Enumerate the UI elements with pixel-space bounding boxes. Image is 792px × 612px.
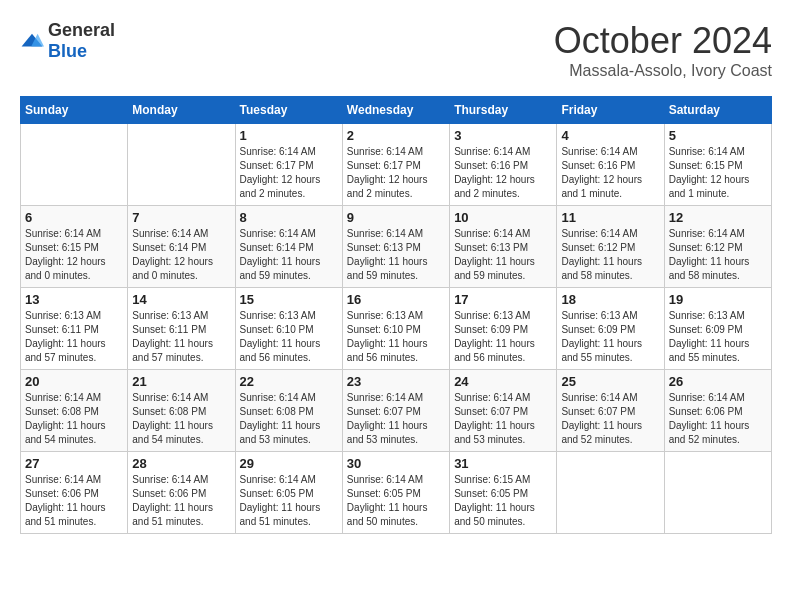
day-number: 18 <box>561 292 659 307</box>
day-info: Sunrise: 6:13 AM Sunset: 6:09 PM Dayligh… <box>561 309 659 365</box>
day-info: Sunrise: 6:14 AM Sunset: 6:14 PM Dayligh… <box>240 227 338 283</box>
day-info: Sunrise: 6:13 AM Sunset: 6:09 PM Dayligh… <box>669 309 767 365</box>
header-row: Sunday Monday Tuesday Wednesday Thursday… <box>21 97 772 124</box>
calendar-week-1: 1Sunrise: 6:14 AM Sunset: 6:17 PM Daylig… <box>21 124 772 206</box>
day-info: Sunrise: 6:14 AM Sunset: 6:06 PM Dayligh… <box>25 473 123 529</box>
day-info: Sunrise: 6:13 AM Sunset: 6:11 PM Dayligh… <box>132 309 230 365</box>
day-number: 12 <box>669 210 767 225</box>
logo-text: General Blue <box>48 20 115 62</box>
calendar-cell: 19Sunrise: 6:13 AM Sunset: 6:09 PM Dayli… <box>664 288 771 370</box>
day-number: 16 <box>347 292 445 307</box>
calendar-cell: 10Sunrise: 6:14 AM Sunset: 6:13 PM Dayli… <box>450 206 557 288</box>
calendar-cell: 27Sunrise: 6:14 AM Sunset: 6:06 PM Dayli… <box>21 452 128 534</box>
month-title: October 2024 <box>554 20 772 62</box>
col-tuesday: Tuesday <box>235 97 342 124</box>
day-number: 15 <box>240 292 338 307</box>
day-info: Sunrise: 6:14 AM Sunset: 6:17 PM Dayligh… <box>240 145 338 201</box>
day-info: Sunrise: 6:14 AM Sunset: 6:16 PM Dayligh… <box>454 145 552 201</box>
calendar-cell: 15Sunrise: 6:13 AM Sunset: 6:10 PM Dayli… <box>235 288 342 370</box>
calendar-cell: 18Sunrise: 6:13 AM Sunset: 6:09 PM Dayli… <box>557 288 664 370</box>
day-number: 13 <box>25 292 123 307</box>
day-number: 9 <box>347 210 445 225</box>
calendar-cell: 6Sunrise: 6:14 AM Sunset: 6:15 PM Daylig… <box>21 206 128 288</box>
day-number: 23 <box>347 374 445 389</box>
calendar-cell: 26Sunrise: 6:14 AM Sunset: 6:06 PM Dayli… <box>664 370 771 452</box>
day-info: Sunrise: 6:14 AM Sunset: 6:06 PM Dayligh… <box>669 391 767 447</box>
day-info: Sunrise: 6:14 AM Sunset: 6:06 PM Dayligh… <box>132 473 230 529</box>
calendar-cell <box>21 124 128 206</box>
page-header: General Blue October 2024 Massala-Assolo… <box>20 20 772 80</box>
calendar-cell: 24Sunrise: 6:14 AM Sunset: 6:07 PM Dayli… <box>450 370 557 452</box>
calendar-cell: 3Sunrise: 6:14 AM Sunset: 6:16 PM Daylig… <box>450 124 557 206</box>
calendar-header: Sunday Monday Tuesday Wednesday Thursday… <box>21 97 772 124</box>
day-number: 2 <box>347 128 445 143</box>
calendar-week-5: 27Sunrise: 6:14 AM Sunset: 6:06 PM Dayli… <box>21 452 772 534</box>
calendar-cell: 30Sunrise: 6:14 AM Sunset: 6:05 PM Dayli… <box>342 452 449 534</box>
col-sunday: Sunday <box>21 97 128 124</box>
day-number: 8 <box>240 210 338 225</box>
day-info: Sunrise: 6:14 AM Sunset: 6:08 PM Dayligh… <box>25 391 123 447</box>
day-info: Sunrise: 6:14 AM Sunset: 6:12 PM Dayligh… <box>669 227 767 283</box>
calendar-cell: 28Sunrise: 6:14 AM Sunset: 6:06 PM Dayli… <box>128 452 235 534</box>
day-number: 1 <box>240 128 338 143</box>
col-monday: Monday <box>128 97 235 124</box>
col-thursday: Thursday <box>450 97 557 124</box>
day-info: Sunrise: 6:13 AM Sunset: 6:09 PM Dayligh… <box>454 309 552 365</box>
day-number: 17 <box>454 292 552 307</box>
calendar-cell <box>664 452 771 534</box>
day-info: Sunrise: 6:13 AM Sunset: 6:11 PM Dayligh… <box>25 309 123 365</box>
calendar-cell: 4Sunrise: 6:14 AM Sunset: 6:16 PM Daylig… <box>557 124 664 206</box>
calendar-cell: 23Sunrise: 6:14 AM Sunset: 6:07 PM Dayli… <box>342 370 449 452</box>
calendar-cell: 8Sunrise: 6:14 AM Sunset: 6:14 PM Daylig… <box>235 206 342 288</box>
day-info: Sunrise: 6:14 AM Sunset: 6:07 PM Dayligh… <box>454 391 552 447</box>
calendar-cell: 9Sunrise: 6:14 AM Sunset: 6:13 PM Daylig… <box>342 206 449 288</box>
calendar-cell: 29Sunrise: 6:14 AM Sunset: 6:05 PM Dayli… <box>235 452 342 534</box>
calendar-cell: 25Sunrise: 6:14 AM Sunset: 6:07 PM Dayli… <box>557 370 664 452</box>
logo: General Blue <box>20 20 115 62</box>
day-number: 26 <box>669 374 767 389</box>
calendar-week-3: 13Sunrise: 6:13 AM Sunset: 6:11 PM Dayli… <box>21 288 772 370</box>
day-info: Sunrise: 6:14 AM Sunset: 6:08 PM Dayligh… <box>132 391 230 447</box>
calendar-cell: 16Sunrise: 6:13 AM Sunset: 6:10 PM Dayli… <box>342 288 449 370</box>
day-info: Sunrise: 6:14 AM Sunset: 6:17 PM Dayligh… <box>347 145 445 201</box>
day-info: Sunrise: 6:14 AM Sunset: 6:05 PM Dayligh… <box>347 473 445 529</box>
day-number: 21 <box>132 374 230 389</box>
calendar-cell: 7Sunrise: 6:14 AM Sunset: 6:14 PM Daylig… <box>128 206 235 288</box>
calendar-cell: 1Sunrise: 6:14 AM Sunset: 6:17 PM Daylig… <box>235 124 342 206</box>
logo-icon <box>20 32 44 50</box>
calendar-cell: 20Sunrise: 6:14 AM Sunset: 6:08 PM Dayli… <box>21 370 128 452</box>
calendar-cell: 21Sunrise: 6:14 AM Sunset: 6:08 PM Dayli… <box>128 370 235 452</box>
day-number: 27 <box>25 456 123 471</box>
logo-general: General <box>48 20 115 40</box>
day-number: 11 <box>561 210 659 225</box>
calendar-cell: 17Sunrise: 6:13 AM Sunset: 6:09 PM Dayli… <box>450 288 557 370</box>
calendar-body: 1Sunrise: 6:14 AM Sunset: 6:17 PM Daylig… <box>21 124 772 534</box>
day-number: 31 <box>454 456 552 471</box>
day-info: Sunrise: 6:14 AM Sunset: 6:13 PM Dayligh… <box>454 227 552 283</box>
day-number: 28 <box>132 456 230 471</box>
calendar-cell: 2Sunrise: 6:14 AM Sunset: 6:17 PM Daylig… <box>342 124 449 206</box>
day-number: 10 <box>454 210 552 225</box>
calendar-cell: 13Sunrise: 6:13 AM Sunset: 6:11 PM Dayli… <box>21 288 128 370</box>
day-number: 6 <box>25 210 123 225</box>
day-info: Sunrise: 6:14 AM Sunset: 6:12 PM Dayligh… <box>561 227 659 283</box>
day-number: 24 <box>454 374 552 389</box>
calendar-cell: 31Sunrise: 6:15 AM Sunset: 6:05 PM Dayli… <box>450 452 557 534</box>
day-number: 7 <box>132 210 230 225</box>
day-info: Sunrise: 6:14 AM Sunset: 6:08 PM Dayligh… <box>240 391 338 447</box>
calendar-week-2: 6Sunrise: 6:14 AM Sunset: 6:15 PM Daylig… <box>21 206 772 288</box>
calendar-cell <box>128 124 235 206</box>
col-saturday: Saturday <box>664 97 771 124</box>
day-number: 20 <box>25 374 123 389</box>
day-number: 25 <box>561 374 659 389</box>
day-number: 30 <box>347 456 445 471</box>
day-number: 5 <box>669 128 767 143</box>
day-info: Sunrise: 6:13 AM Sunset: 6:10 PM Dayligh… <box>240 309 338 365</box>
day-number: 4 <box>561 128 659 143</box>
day-number: 3 <box>454 128 552 143</box>
logo-blue: Blue <box>48 41 87 61</box>
calendar-cell: 5Sunrise: 6:14 AM Sunset: 6:15 PM Daylig… <box>664 124 771 206</box>
calendar-cell: 22Sunrise: 6:14 AM Sunset: 6:08 PM Dayli… <box>235 370 342 452</box>
day-info: Sunrise: 6:13 AM Sunset: 6:10 PM Dayligh… <box>347 309 445 365</box>
day-number: 14 <box>132 292 230 307</box>
